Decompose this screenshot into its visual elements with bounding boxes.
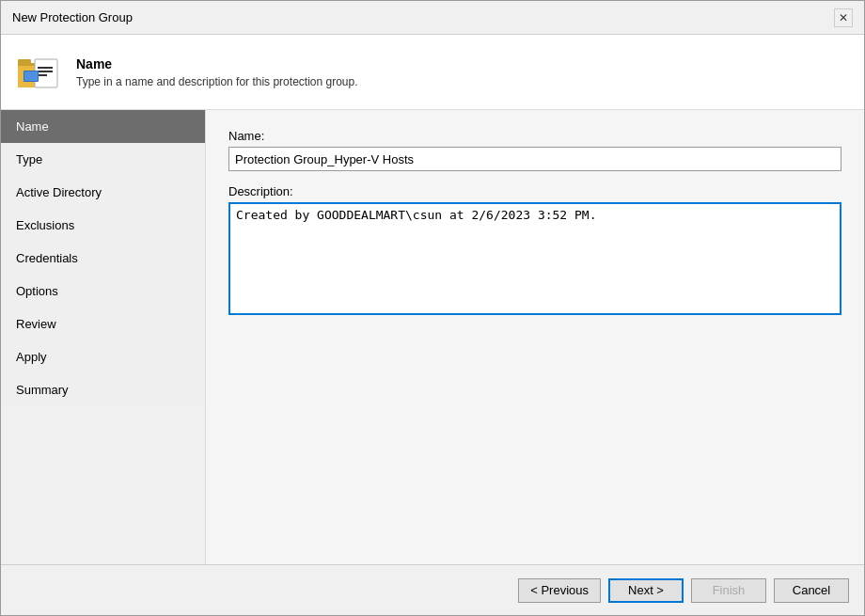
- sidebar-item-exclusions[interactable]: Exclusions: [1, 209, 205, 242]
- header-title: Name: [76, 56, 358, 71]
- next-button[interactable]: Next >: [608, 578, 684, 603]
- description-label: Description:: [228, 184, 841, 198]
- svg-rect-1: [18, 59, 31, 65]
- sidebar-item-credentials[interactable]: Credentials: [1, 242, 205, 275]
- header-text: Name Type in a name and description for …: [76, 56, 358, 88]
- header-description: Type in a name and description for this …: [76, 75, 358, 88]
- header-area: Name Type in a name and description for …: [1, 35, 864, 110]
- svg-rect-8: [24, 71, 38, 81]
- previous-button[interactable]: < Previous: [518, 578, 601, 603]
- finish-button[interactable]: Finish: [691, 578, 766, 603]
- title-bar: New Protection Group ✕: [1, 1, 864, 35]
- description-textarea[interactable]: Created by GOODDEALMART\csun at 2/6/2023…: [228, 202, 841, 315]
- sidebar-item-name[interactable]: Name: [1, 110, 205, 143]
- svg-rect-5: [38, 71, 53, 72]
- main-panel: Name: Description: Created by GOODDEALMA…: [206, 110, 864, 564]
- name-form-group: Name:: [228, 129, 841, 171]
- sidebar-item-summary[interactable]: Summary: [1, 373, 205, 406]
- sidebar-item-active-directory[interactable]: Active Directory: [1, 176, 205, 209]
- svg-rect-6: [38, 74, 47, 76]
- close-button[interactable]: ✕: [834, 8, 853, 27]
- sidebar-item-type[interactable]: Type: [1, 143, 205, 176]
- new-protection-group-dialog: New Protection Group ✕: [0, 0, 865, 616]
- footer: < Previous Next > Finish Cancel: [1, 564, 864, 615]
- sidebar: Name Type Active Directory Exclusions Cr…: [1, 110, 206, 564]
- sidebar-item-review[interactable]: Review: [1, 308, 205, 340]
- content-area: Name Type Active Directory Exclusions Cr…: [1, 110, 864, 564]
- description-form-group: Description: Created by GOODDEALMART\csu…: [228, 184, 841, 318]
- cancel-button[interactable]: Cancel: [774, 578, 849, 603]
- dialog-title: New Protection Group: [12, 10, 133, 24]
- header-icon: [16, 50, 61, 95]
- sidebar-item-options[interactable]: Options: [1, 275, 205, 308]
- sidebar-item-apply[interactable]: Apply: [1, 340, 205, 373]
- name-input[interactable]: [228, 147, 841, 171]
- svg-rect-4: [38, 67, 53, 69]
- name-label: Name:: [228, 129, 841, 143]
